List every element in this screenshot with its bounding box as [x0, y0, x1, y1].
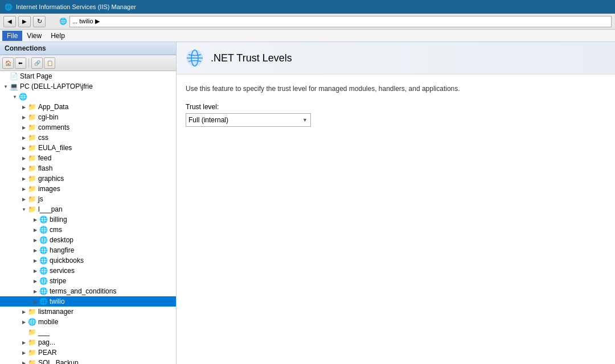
title-text: Internet Information Services (IIS) Mana…: [16, 3, 136, 10]
back-button[interactable]: ◀: [3, 16, 16, 27]
tree-item-pag[interactable]: 📁 pag...: [0, 337, 176, 348]
tree-item-js[interactable]: 📁 js: [0, 194, 176, 204]
title-icon: 🌐: [5, 3, 13, 11]
label-twilio: twilio: [50, 297, 65, 305]
tree-item-terms[interactable]: 🌐 terms_and_conditions: [0, 286, 176, 296]
globe-icon-hangfire: 🌐: [39, 246, 48, 255]
label-quickbooks: quickbooks: [50, 257, 84, 264]
label-images: images: [38, 185, 60, 193]
tree-item-twilio[interactable]: 🌐 twilio: [0, 296, 176, 307]
tree-pc[interactable]: 💻 PC (DELL-LAPTOP\jfrie: [0, 81, 176, 92]
tree-item-flash[interactable]: 📁 flash: [0, 163, 176, 173]
menu-file[interactable]: File: [2, 31, 22, 41]
arrow-lpan: [20, 206, 27, 213]
menu-view[interactable]: View: [22, 31, 46, 41]
tree-item-lpan[interactable]: 📁 l___pan: [0, 204, 176, 214]
toolbar-home[interactable]: 🏠: [2, 57, 14, 69]
arrow-services: [32, 267, 39, 274]
label-graphics: graphics: [38, 175, 64, 183]
address-input[interactable]: [69, 16, 612, 27]
folder-icon-eula_files: 📁: [27, 143, 36, 152]
label-mobile: mobile: [38, 318, 58, 326]
toolbar-connect[interactable]: 🔗: [31, 57, 43, 69]
connections-title: Connections: [5, 44, 46, 52]
globe-icon-mobile: 🌐: [27, 317, 36, 326]
tree-item-listmanager[interactable]: 📁 listmanager: [0, 307, 176, 317]
label-cgi-bin: cgi-bin: [38, 113, 58, 121]
toolbar-sep1: [28, 59, 29, 68]
folder-icon-pag: 📁: [27, 338, 36, 347]
tree-item-cgi-bin[interactable]: 📁 cgi-bin: [0, 112, 176, 122]
tree-item-blank[interactable]: 📁 ___: [0, 327, 176, 337]
label-js: js: [38, 195, 43, 203]
arrow-pc: [2, 83, 9, 90]
arrow-sql: [20, 359, 27, 364]
globe-icon-cms: 🌐: [39, 225, 48, 234]
arrow-feed: [20, 155, 27, 162]
arrow-images: [20, 185, 27, 192]
menu-bar: File View Help: [0, 30, 615, 42]
label-eula_files: EULA_files: [38, 144, 72, 152]
folder-icon-cgi-bin: 📁: [27, 113, 36, 122]
label-billing: billing: [50, 216, 67, 224]
arrow-start: [2, 73, 9, 80]
arrow-eula_files: [20, 144, 27, 151]
title-bar: 🌐 Internet Information Services (IIS) Ma…: [0, 0, 615, 14]
globe-icon-twilio: 🌐: [39, 297, 48, 306]
arrow-desktop: [32, 237, 39, 243]
tree-globe-root[interactable]: 🌐: [0, 92, 176, 102]
label-blank: ___: [38, 328, 50, 336]
arrow-app_data: [20, 104, 27, 110]
tree-item-services[interactable]: 🌐 services: [0, 266, 176, 276]
content-header-icon: [186, 49, 204, 67]
tree-item-sql[interactable]: 📁 SQL_Backup...: [0, 358, 176, 364]
label-sql: SQL_Backup...: [38, 359, 84, 364]
globe-icon-desktop: 🌐: [39, 235, 48, 245]
arrow-twilio: [32, 298, 39, 305]
arrow-billing: [32, 216, 39, 223]
menu-help[interactable]: Help: [46, 31, 69, 41]
globe-root-icon: 🌐: [18, 92, 27, 101]
tree-item-quickbooks[interactable]: 🌐 quickbooks: [0, 255, 176, 266]
arrow-pear: [20, 349, 27, 356]
connections-toolbar: 🏠 ⬅ 🔗 📋: [0, 55, 176, 71]
tree-item-desktop[interactable]: 🌐 desktop: [0, 235, 176, 245]
trust-level-select[interactable]: Full (internal) High Medium Low Minimal: [186, 113, 311, 127]
folder-icon-app_data: 📁: [27, 102, 36, 111]
tree-item-billing[interactable]: 🌐 billing: [0, 214, 176, 225]
toolbar-back[interactable]: ⬅: [15, 57, 26, 69]
label-listmanager: listmanager: [38, 308, 73, 316]
toolbar-clipboard[interactable]: 📋: [44, 57, 55, 69]
address-bar: ◀ ▶ ↻ 🌐: [0, 14, 615, 30]
label-flash: flash: [38, 164, 52, 172]
tree-item-graphics[interactable]: 📁 graphics: [0, 173, 176, 184]
arrow-stripe: [32, 278, 39, 284]
arrow-blank: [20, 329, 27, 336]
tree-item-comments[interactable]: 📁 comments: [0, 122, 176, 133]
tree-item-mobile[interactable]: 🌐 mobile: [0, 317, 176, 327]
label-css: css: [38, 134, 48, 142]
tree-container[interactable]: 📄 Start Page 💻 PC (DELL-LAPTOP\jfrie 🌐 📁…: [0, 71, 176, 364]
arrow-mobile: [20, 318, 27, 325]
content-description: Use this feature to specify the trust le…: [186, 84, 606, 94]
folder-icon-comments: 📁: [27, 123, 36, 132]
forward-button[interactable]: ▶: [18, 16, 31, 27]
tree-item-images[interactable]: 📁 images: [0, 184, 176, 194]
arrow-quickbooks: [32, 257, 39, 264]
tree-item-feed[interactable]: 📁 feed: [0, 153, 176, 163]
connections-panel: Connections 🏠 ⬅ 🔗 📋 📄 Start Page 💻 PC (D…: [0, 42, 177, 364]
tree-item-cms[interactable]: 🌐 cms: [0, 225, 176, 235]
tree-item-pear[interactable]: 📁 PEAR: [0, 348, 176, 358]
tree-item-hangfire[interactable]: 🌐 hangfire: [0, 245, 176, 255]
content-title: .NET Trust Levels: [211, 52, 292, 64]
label-pear: PEAR: [38, 349, 57, 357]
folder-icon-feed: 📁: [27, 154, 36, 163]
label-app_data: App_Data: [38, 103, 68, 111]
refresh-icon[interactable]: ↻: [33, 16, 46, 27]
tree-item-eula_files[interactable]: 📁 EULA_files: [0, 143, 176, 153]
tree-start-page[interactable]: 📄 Start Page: [0, 71, 176, 81]
folder-icon-css: 📁: [27, 133, 36, 142]
tree-item-app_data[interactable]: 📁 App_Data: [0, 102, 176, 112]
tree-item-css[interactable]: 📁 css: [0, 133, 176, 143]
tree-item-stripe[interactable]: 🌐 stripe: [0, 276, 176, 286]
